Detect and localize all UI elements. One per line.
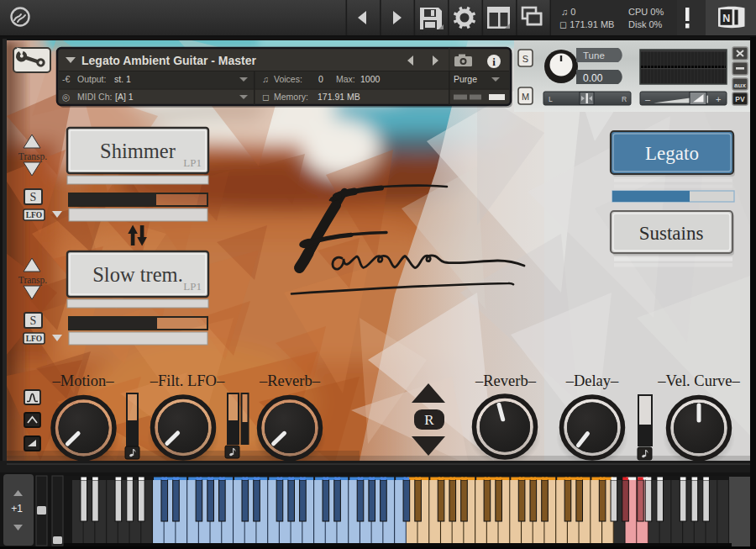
svg-text:CPU 0%: CPU 0% <box>628 7 664 17</box>
svg-text:Max:: Max: <box>336 74 355 84</box>
svg-text:S: S <box>522 54 528 64</box>
svg-text:Memory:: Memory: <box>274 92 308 102</box>
svg-text:MIDI Ch:: MIDI Ch: <box>77 92 112 102</box>
svg-text:Purge: Purge <box>454 74 477 84</box>
svg-text:i: i <box>492 55 496 68</box>
svg-text:–: – <box>645 94 651 104</box>
svg-text:◻: ◻ <box>262 92 270 102</box>
svg-text:+1: +1 <box>11 503 23 515</box>
svg-text:aux: aux <box>734 82 746 89</box>
svg-text:N: N <box>722 13 730 24</box>
svg-text:+: + <box>716 94 721 104</box>
svg-text:♫: ♫ <box>262 74 269 84</box>
svg-text:[A] 1: [A] 1 <box>115 92 134 102</box>
svg-text:0.00: 0.00 <box>583 72 603 84</box>
svg-text:M: M <box>522 92 529 102</box>
svg-text:Voices:: Voices: <box>274 74 302 84</box>
svg-text:Legato Ambient Guitar - Master: Legato Ambient Guitar - Master <box>81 54 257 67</box>
svg-text:0: 0 <box>318 74 323 84</box>
svg-text:♫ 0: ♫ 0 <box>561 7 575 17</box>
svg-text:◻ 171.91 MB: ◻ 171.91 MB <box>559 19 614 29</box>
svg-text:L: L <box>549 95 553 103</box>
svg-text:PV: PV <box>735 95 745 103</box>
svg-text:Disk 0%: Disk 0% <box>628 19 663 29</box>
svg-text:Output:: Output: <box>77 74 106 84</box>
svg-text:-€: -€ <box>62 74 70 84</box>
svg-text:1000: 1000 <box>360 74 381 84</box>
svg-text:◎: ◎ <box>62 92 70 102</box>
svg-text:171.91 MB: 171.91 MB <box>318 92 360 102</box>
svg-text:R: R <box>622 95 627 103</box>
svg-text:st. 1: st. 1 <box>114 74 131 84</box>
svg-text:Tune: Tune <box>583 50 605 61</box>
